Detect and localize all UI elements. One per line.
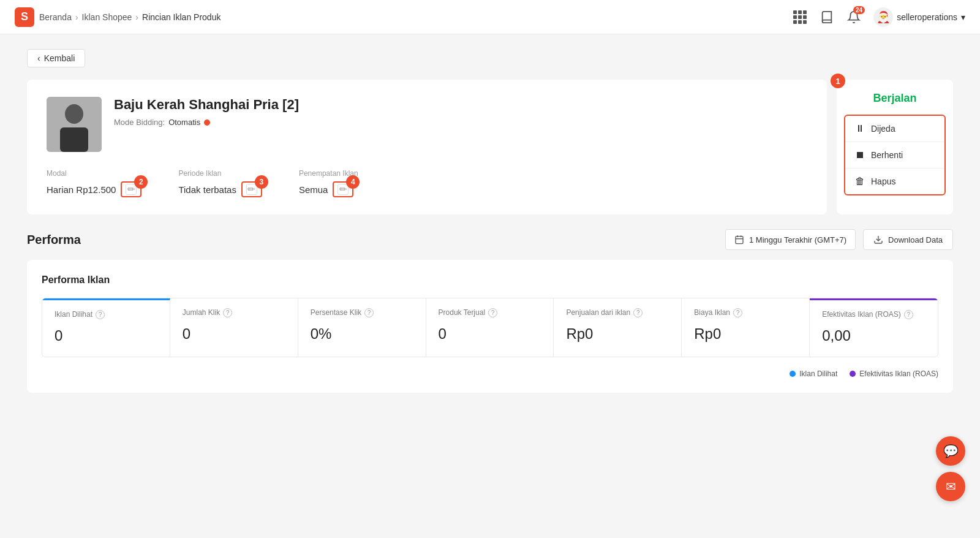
periode-value-row: Tidak terbatas ✏ 3 xyxy=(178,181,262,197)
header: S Beranda › Iklan Shopee › Rincian Iklan… xyxy=(0,0,980,34)
trash-icon: 🗑 xyxy=(855,176,865,187)
grid-menu-icon[interactable] xyxy=(793,10,807,25)
modal-label: Modal xyxy=(47,169,141,178)
notification-icon[interactable]: 24 xyxy=(846,10,861,25)
metric-label-penjualan: Penjualan dari iklan ? xyxy=(566,308,669,318)
legend-iklan-dilihat: Iklan Dilihat xyxy=(790,369,837,378)
annotation-4: 4 xyxy=(346,175,360,189)
shopee-logo[interactable]: S xyxy=(15,7,34,27)
metric-biaya-iklan[interactable]: Biaya Iklan ? Rp0 xyxy=(682,298,810,357)
performa-card: Performa Iklan Iklan Dilihat ? 0 Jumlah … xyxy=(27,260,953,393)
info-icon-jumlah-klik[interactable]: ? xyxy=(223,308,232,317)
metric-penjualan[interactable]: Penjualan dari iklan ? Rp0 xyxy=(554,298,682,357)
status-menu-dijeda[interactable]: ⏸ Dijeda xyxy=(845,116,944,142)
status-menu-hapus[interactable]: 🗑 Hapus xyxy=(845,169,944,194)
breadcrumb-iklan[interactable]: Iklan Shopee xyxy=(82,12,132,22)
product-mode: Mode Bidding: Otomatis xyxy=(114,118,807,127)
calendar-icon xyxy=(734,235,744,244)
metric-value-jumlah-klik: 0 xyxy=(183,325,285,343)
product-image xyxy=(47,97,102,152)
mode-dot xyxy=(204,119,210,126)
breadcrumb-home[interactable]: Beranda xyxy=(39,12,72,22)
performa-title: Performa xyxy=(27,233,81,247)
product-top: Baju Kerah Shanghai Pria [2] Mode Biddin… xyxy=(47,97,807,152)
metric-label-iklan-dilihat: Iklan Dilihat ? xyxy=(55,310,157,320)
info-icon-biaya-iklan[interactable]: ? xyxy=(733,308,742,317)
metric-value-iklan-dilihat: 0 xyxy=(55,327,157,344)
annotation-1: 1 xyxy=(831,74,845,88)
product-details: Modal Harian Rp12.500 ✏ 2 Periode Iklan … xyxy=(47,169,807,197)
info-icon-roas[interactable]: ? xyxy=(904,310,913,319)
metric-value-biaya-iklan: Rp0 xyxy=(694,325,797,343)
user-profile[interactable]: 🎅 selleroperations ▾ xyxy=(873,7,965,27)
metric-label-produk-terjual: Produk Terjual ? xyxy=(439,308,541,318)
date-filter[interactable]: 1 Minggu Terakhir (GMT+7) xyxy=(725,229,856,250)
pause-icon: ⏸ xyxy=(855,123,865,134)
penempatan-detail: Penempatan Iklan Semua ✏ 4 xyxy=(299,169,358,197)
info-icon-penjualan[interactable]: ? xyxy=(633,308,643,317)
date-filter-label: 1 Minggu Terakhir (GMT+7) xyxy=(749,235,846,244)
modal-value: Harian Rp12.500 xyxy=(47,184,116,195)
penempatan-edit-box: ✏ 4 xyxy=(333,181,353,197)
metric-value-produk-terjual: 0 xyxy=(439,325,541,343)
svg-rect-2 xyxy=(60,127,88,152)
metric-label-jumlah-klik: Jumlah Klik ? xyxy=(183,308,285,318)
breadcrumb: Beranda › Iklan Shopee › Rincian Iklan P… xyxy=(39,12,221,22)
status-menu-berhenti[interactable]: ⏹ Berhenti xyxy=(845,142,944,169)
mode-bidding-value: Otomatis xyxy=(168,118,200,127)
periode-edit-box: ✏ 3 xyxy=(241,181,262,197)
breadcrumb-sep-1: › xyxy=(75,12,78,22)
chart-legend: Iklan Dilihat Efektivitas Iklan (ROAS) xyxy=(42,369,938,378)
legend-roas: Efektivitas Iklan (ROAS) xyxy=(850,369,938,378)
back-label: Kembali xyxy=(44,53,75,63)
periode-label: Periode Iklan xyxy=(178,169,262,178)
product-card: Baju Kerah Shanghai Pria [2] Mode Biddin… xyxy=(27,80,827,214)
metric-produk-terjual[interactable]: Produk Terjual ? 0 xyxy=(426,298,554,357)
info-icon-produk-terjual[interactable]: ? xyxy=(488,308,497,317)
metric-label-persentase-klik: Persentase Klik ? xyxy=(311,308,413,318)
download-data-button[interactable]: Download Data xyxy=(863,229,953,250)
metric-persentase-klik[interactable]: Persentase Klik ? 0% xyxy=(298,298,426,357)
back-button[interactable]: ‹ Kembali xyxy=(27,49,85,67)
metric-label-roas: Efektivitas Iklan (ROAS) ? xyxy=(822,310,925,320)
legend-label-iklan-dilihat: Iklan Dilihat xyxy=(799,369,837,378)
metrics-grid: Iklan Dilihat ? 0 Jumlah Klik ? 0 xyxy=(42,298,938,357)
svg-point-1 xyxy=(65,104,83,124)
product-section: Baju Kerah Shanghai Pria [2] Mode Biddin… xyxy=(27,80,953,214)
performa-section: Performa 1 Minggu Terakhir (GMT+7) Downl… xyxy=(27,229,953,393)
performa-controls: 1 Minggu Terakhir (GMT+7) Download Data xyxy=(725,229,953,250)
annotation-2: 2 xyxy=(134,175,148,189)
legend-label-roas: Efektivitas Iklan (ROAS) xyxy=(859,369,938,378)
status-dijeda-label: Dijeda xyxy=(871,124,895,134)
annotation-3: 3 xyxy=(255,175,268,189)
stop-icon: ⏹ xyxy=(855,150,865,161)
modal-value-row: Harian Rp12.500 ✏ 2 xyxy=(47,181,141,197)
modal-edit-box: ✏ 2 xyxy=(121,181,141,197)
book-icon[interactable] xyxy=(820,10,834,25)
metric-jumlah-klik[interactable]: Jumlah Klik ? 0 xyxy=(170,298,298,357)
status-berhenti-label: Berhenti xyxy=(871,150,903,160)
download-icon xyxy=(873,235,883,244)
breadcrumb-current: Rincian Iklan Produk xyxy=(142,12,221,22)
status-running: Berjalan xyxy=(837,80,953,115)
metric-label-biaya-iklan: Biaya Iklan ? xyxy=(694,308,797,318)
periode-detail: Periode Iklan Tidak terbatas ✏ 3 xyxy=(178,169,262,197)
metric-value-penjualan: Rp0 xyxy=(566,325,669,343)
info-icon-persentase-klik[interactable]: ? xyxy=(364,308,374,317)
status-hapus-label: Hapus xyxy=(871,176,895,186)
breadcrumb-sep-2: › xyxy=(135,12,138,22)
metric-value-persentase-klik: 0% xyxy=(311,325,413,343)
periode-value: Tidak terbatas xyxy=(178,184,236,195)
info-icon-iklan-dilihat[interactable]: ? xyxy=(96,310,105,319)
performa-card-title: Performa Iklan xyxy=(42,275,938,286)
download-label: Download Data xyxy=(888,235,943,244)
metric-roas[interactable]: Efektivitas Iklan (ROAS) ? 0,00 xyxy=(810,298,938,357)
product-info: Baju Kerah Shanghai Pria [2] Mode Biddin… xyxy=(114,97,807,127)
metric-iklan-dilihat[interactable]: Iklan Dilihat ? 0 xyxy=(42,298,170,357)
header-right: 24 🎅 selleroperations ▾ xyxy=(793,7,965,27)
legend-dot-blue xyxy=(790,371,796,377)
chevron-down-icon: ▾ xyxy=(961,12,965,22)
header-left: S Beranda › Iklan Shopee › Rincian Iklan… xyxy=(15,7,221,27)
status-menu-box: ⏸ Dijeda ⏹ Berhenti 🗑 Hapus xyxy=(844,115,946,195)
penempatan-value-row: Semua ✏ 4 xyxy=(299,181,358,197)
